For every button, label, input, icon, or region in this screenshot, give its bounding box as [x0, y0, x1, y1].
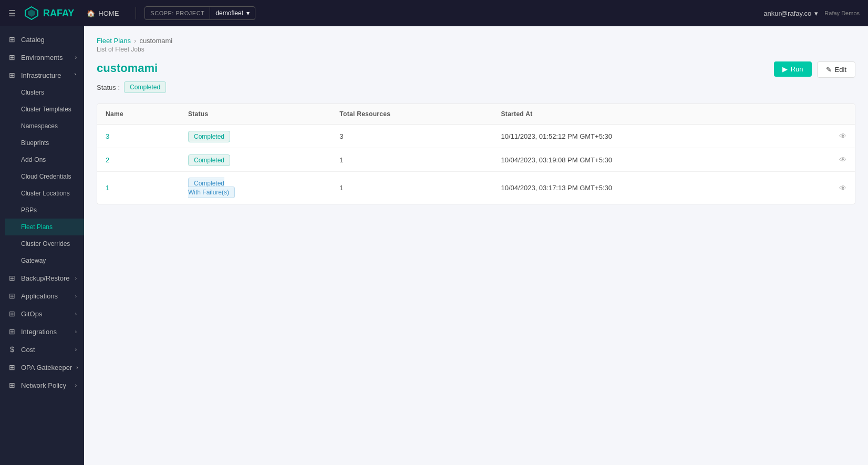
sidebar-item-label: Namespaces — [21, 122, 58, 130]
sidebar-item-clusters[interactable]: Clusters — [5, 84, 84, 101]
sidebar-item-label: GitOps — [21, 310, 42, 318]
view-icon[interactable]: 👁 — [839, 156, 846, 164]
cell-status: Completed — [180, 125, 331, 148]
status-badge: Completed — [188, 154, 230, 166]
sidebar-item-fleet-plans[interactable]: Fleet Plans — [5, 219, 84, 235]
sidebar-item-gateway[interactable]: Gateway — [5, 252, 84, 269]
job-name-link[interactable]: 2 — [106, 156, 109, 164]
sidebar-item-cloud-credentials[interactable]: Cloud Credentials — [5, 168, 84, 185]
job-name-link[interactable]: 1 — [106, 184, 109, 192]
scope-selector[interactable]: SCOPE: PROJECT demofleet ▾ — [144, 6, 255, 20]
view-icon[interactable]: 👁 — [839, 184, 846, 192]
cell-name: 3 — [97, 125, 180, 148]
sidebar-item-applications[interactable]: ⊞ Applications › — [0, 287, 84, 305]
infrastructure-icon: ⊞ — [7, 71, 17, 79]
sidebar-item-cost[interactable]: $ Cost › — [0, 340, 84, 358]
applications-icon: ⊞ — [7, 292, 17, 300]
sidebar-item-label: Integrations — [21, 328, 57, 336]
sidebar-item-network-policy[interactable]: ⊞ Network Policy › — [0, 376, 84, 394]
home-icon: 🏠 — [87, 9, 95, 17]
opa-icon: ⊞ — [7, 363, 17, 371]
breadcrumb-separator: › — [134, 37, 136, 45]
sidebar-item-label: Fleet Plans — [21, 223, 53, 231]
sidebar-item-label: Environments — [21, 54, 63, 61]
jobs-table: Name Status Total Resources Started At 3… — [97, 104, 855, 204]
cell-started-at: 10/11/2023, 01:52:12 PM GMT+5:30 — [493, 125, 798, 148]
sidebar-item-label: Cost — [21, 346, 35, 354]
sidebar-item-label: Applications — [21, 292, 58, 300]
chevron-right-icon: › — [75, 293, 77, 299]
view-icon[interactable]: 👁 — [839, 132, 846, 140]
gitops-icon: ⊞ — [7, 309, 17, 318]
status-badge: Completed — [124, 81, 166, 93]
chevron-right-icon: › — [75, 383, 77, 388]
status-row: Status : Completed — [97, 81, 774, 93]
sidebar-item-gitops[interactable]: ⊞ GitOps › — [0, 305, 84, 323]
sidebar-item-label: Cluster Overrides — [21, 240, 70, 247]
sidebar-item-label: Gateway — [21, 257, 46, 264]
table-row: 1CompletedWith Failure(s)110/04/2023, 03… — [97, 172, 855, 204]
cell-status: Completed — [180, 148, 331, 172]
page-title: customami — [97, 61, 774, 75]
sidebar-item-psps[interactable]: PSPs — [5, 202, 84, 219]
sidebar-item-opa-gatekeeper[interactable]: ⊞ OPA Gatekeeper › — [0, 358, 84, 376]
page-subtitle: List of Fleet Jobs — [97, 46, 855, 53]
environments-icon: ⊞ — [7, 53, 17, 61]
breadcrumb: Fleet Plans › customami — [97, 37, 855, 45]
sidebar-item-namespaces[interactable]: Namespaces — [5, 118, 84, 135]
fleet-jobs-table: Name Status Total Resources Started At 3… — [97, 104, 855, 204]
home-label: HOME — [98, 9, 119, 17]
sidebar-item-blueprints[interactable]: Blueprints — [5, 135, 84, 151]
rafay-logo-icon — [24, 6, 39, 20]
table-row: 2Completed110/04/2023, 03:19:08 PM GMT+5… — [97, 148, 855, 172]
chevron-right-icon: › — [75, 55, 77, 60]
sidebar-item-label: Backup/Restore — [21, 274, 70, 282]
sidebar-item-cluster-overrides[interactable]: Cluster Overrides — [5, 235, 84, 252]
table-header: Name Status Total Resources Started At — [97, 104, 855, 125]
status-badge: Completed — [188, 131, 230, 142]
cell-status: CompletedWith Failure(s) — [180, 172, 331, 204]
breadcrumb-current: customami — [139, 37, 172, 45]
run-icon: ▶ — [782, 65, 788, 73]
user-email: ankur@rafay.co — [763, 9, 811, 17]
sidebar-item-label: OPA Gatekeeper — [21, 364, 72, 371]
sidebar-item-environments[interactable]: ⊞ Environments › — [0, 48, 84, 66]
cell-total-resources: 1 — [331, 172, 492, 204]
run-button[interactable]: ▶ Run — [774, 61, 812, 77]
col-status: Status — [180, 104, 331, 125]
sidebar-item-cluster-templates[interactable]: Cluster Templates — [5, 101, 84, 118]
chevron-right-icon: › — [75, 347, 77, 353]
main-content: Fleet Plans › customami List of Fleet Jo… — [84, 26, 868, 465]
cell-name: 1 — [97, 172, 180, 204]
job-name-link[interactable]: 3 — [106, 132, 109, 140]
edit-button[interactable]: ✎ Edit — [817, 61, 855, 78]
user-menu[interactable]: ankur@rafay.co ▾ Rafay Demos — [763, 9, 860, 17]
scope-value[interactable]: demofleet ▾ — [210, 7, 255, 19]
integrations-icon: ⊞ — [7, 327, 17, 336]
cost-icon: $ — [7, 345, 17, 354]
sidebar-item-label: PSPs — [21, 206, 37, 214]
navbar-home-link[interactable]: 🏠 HOME — [87, 9, 119, 17]
sidebar-item-cluster-locations[interactable]: Cluster Locations — [5, 185, 84, 202]
scope-value-text: demofleet — [215, 9, 243, 17]
table-body: 3Completed310/11/2023, 01:52:12 PM GMT+5… — [97, 125, 855, 204]
navbar: ☰ RAFAY 🏠 HOME SCOPE: PROJECT demofleet … — [0, 0, 868, 26]
sidebar-item-catalog[interactable]: ⊞ Catalog — [0, 30, 84, 48]
cell-started-at: 10/04/2023, 03:19:08 PM GMT+5:30 — [493, 148, 798, 172]
cell-eye-action: 👁 — [797, 125, 855, 148]
infrastructure-submenu: Clusters Cluster Templates Namespaces Bl… — [0, 84, 84, 269]
navbar-divider — [136, 7, 136, 19]
sidebar-item-infrastructure[interactable]: ⊞ Infrastructure ˅ — [0, 66, 84, 84]
col-actions — [797, 104, 855, 125]
backup-icon: ⊞ — [7, 274, 17, 282]
breadcrumb-parent-link[interactable]: Fleet Plans — [97, 37, 131, 45]
hamburger-icon[interactable]: ☰ — [8, 8, 16, 18]
sidebar-item-integrations[interactable]: ⊞ Integrations › — [0, 323, 84, 340]
action-buttons: ▶ Run ✎ Edit — [774, 61, 855, 78]
sidebar-item-label: Network Policy — [21, 381, 66, 389]
sidebar-item-add-ons[interactable]: Add-Ons — [5, 151, 84, 168]
user-org: Rafay Demos — [824, 10, 860, 16]
sidebar-item-label: Infrastructure — [21, 71, 61, 79]
user-chevron-icon: ▾ — [814, 9, 818, 17]
sidebar-item-backup-restore[interactable]: ⊞ Backup/Restore › — [0, 269, 84, 287]
